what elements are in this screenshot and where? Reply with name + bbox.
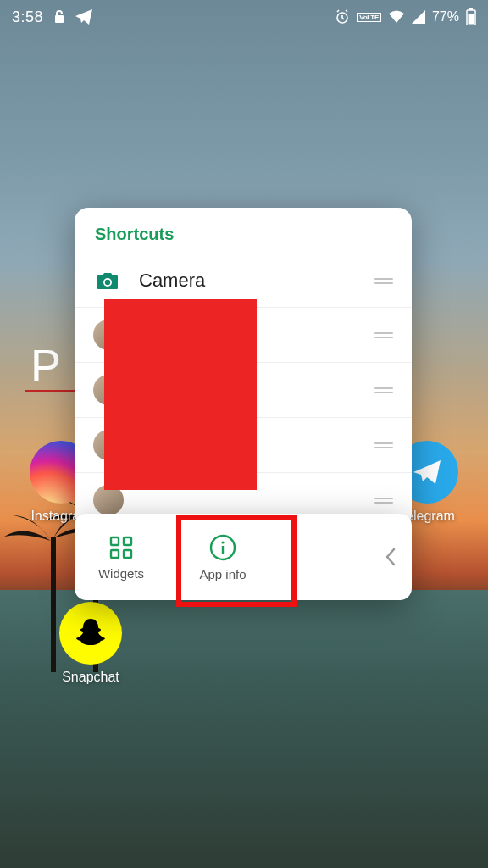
shortcut-label: Camera xyxy=(139,270,374,292)
widgets-label: Widgets xyxy=(98,566,144,581)
app-info-label: App info xyxy=(199,567,246,581)
svg-point-14 xyxy=(221,541,224,543)
svg-rect-0 xyxy=(51,537,56,672)
app-snapchat[interactable]: Snapchat xyxy=(59,602,122,685)
cell-signal-icon xyxy=(412,10,425,24)
lock-icon xyxy=(53,10,65,24)
app-info-button[interactable]: App info xyxy=(168,533,278,581)
status-time: 3:58 xyxy=(12,8,43,26)
drag-handle-icon[interactable] xyxy=(374,498,393,504)
svg-rect-11 xyxy=(111,550,119,558)
drag-handle-icon[interactable] xyxy=(374,387,393,393)
drag-handle-icon[interactable] xyxy=(374,332,393,338)
background-letter: P xyxy=(30,339,61,392)
battery-percent: 77% xyxy=(432,9,459,25)
camera-icon xyxy=(93,266,122,295)
battery-icon xyxy=(466,8,476,25)
svg-rect-6 xyxy=(469,14,474,25)
widgets-button[interactable]: Widgets xyxy=(75,534,168,581)
widgets-icon xyxy=(108,534,135,561)
status-bar: 3:58 VoLTE 77% xyxy=(0,0,488,31)
volte-indicator: VoLTE xyxy=(357,13,381,22)
info-icon xyxy=(208,533,237,562)
svg-point-8 xyxy=(105,280,110,285)
svg-rect-12 xyxy=(124,550,131,558)
app-label: Snapchat xyxy=(62,670,119,685)
drag-handle-icon[interactable] xyxy=(374,442,393,448)
wifi-icon xyxy=(388,10,405,24)
chevron-left-icon xyxy=(385,548,396,566)
collapse-chevron[interactable] xyxy=(369,548,412,566)
svg-rect-2 xyxy=(55,15,64,23)
svg-rect-10 xyxy=(124,537,131,545)
svg-rect-9 xyxy=(111,537,119,545)
sheet-title: Shortcuts xyxy=(75,208,412,254)
snapchat-icon xyxy=(59,602,122,665)
alarm-icon xyxy=(335,9,350,25)
drag-handle-icon[interactable] xyxy=(374,278,393,284)
action-bar: Widgets App info xyxy=(75,514,412,600)
redaction-block xyxy=(104,299,257,490)
telegram-icon xyxy=(75,9,92,25)
